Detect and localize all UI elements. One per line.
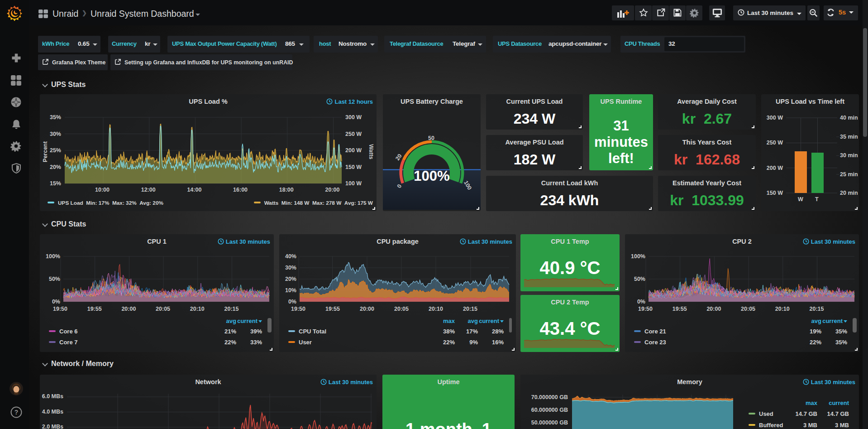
svg-text:?: ? [14, 409, 19, 416]
